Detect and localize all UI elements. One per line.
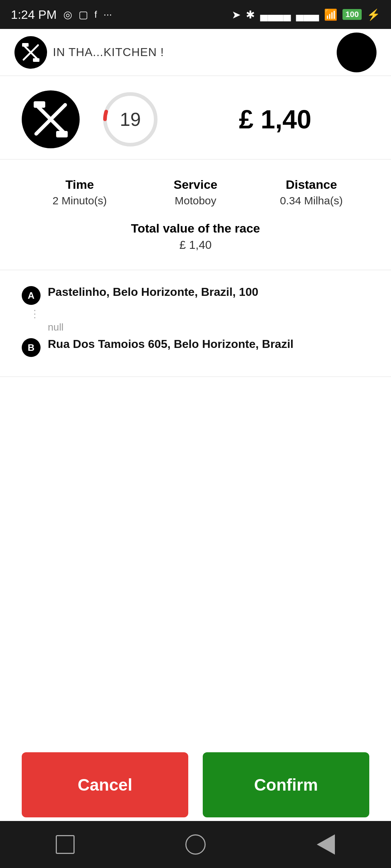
time-value: 2 Minuto(s) <box>22 195 138 207</box>
nav-bar <box>0 821 391 868</box>
destination-icon: B <box>22 338 41 357</box>
confirm-button[interactable]: Confirm <box>203 752 369 817</box>
avatar[interactable] <box>337 33 377 72</box>
distance-info: Distance 0.34 Milha(s) <box>253 178 369 207</box>
bluetooth-icon: ✱ <box>246 8 255 21</box>
svg-rect-3 <box>33 58 39 62</box>
more-icon: ··· <box>104 9 112 20</box>
route-section: A Pastelinho, Belo Horizonte, Brazil, 10… <box>0 270 391 377</box>
origin-icon: A <box>22 286 41 305</box>
origin-address: Pastelinho, Belo Horizonte, Brazil, 100 <box>48 285 258 300</box>
destination-address: Rua Dos Tamoios 605, Belo Horizonte, Bra… <box>48 337 294 352</box>
info-row: Time 2 Minuto(s) Service Motoboy Distanc… <box>22 178 369 207</box>
status-time: 1:24 PM <box>11 8 57 22</box>
time-label: Time <box>22 178 138 192</box>
brand-text: IN THA...KITCHEN ! <box>53 46 164 59</box>
wifi-icon: 📶 <box>324 8 337 21</box>
screen-icon: ▢ <box>79 9 88 21</box>
service-label: Service <box>138 178 253 192</box>
svg-rect-6 <box>34 101 45 108</box>
signal1-icon: ▄▄▄▄ <box>260 8 291 21</box>
location-icon: ◎ <box>63 9 72 21</box>
location-send-icon: ➤ <box>232 8 241 21</box>
nav-recent-icon[interactable] <box>54 834 76 855</box>
circular-timer: 19 <box>101 90 159 148</box>
status-bar: 1:24 PM ◎ ▢ f ··· ➤ ✱ ▄▄▄▄ ▄▄▄ 📶 100 ⚡ <box>0 0 391 29</box>
total-label: Total value of the race <box>22 221 369 235</box>
price-display: £ 1,40 <box>181 105 369 134</box>
main-icon-area: 19 £ 1,40 <box>0 76 391 159</box>
signal2-icon: ▄▄▄ <box>296 8 319 21</box>
distance-label: Distance <box>253 178 369 192</box>
charging-icon: ⚡ <box>367 8 380 21</box>
header-logo-area: IN THA...KITCHEN ! <box>14 36 164 69</box>
status-left: 1:24 PM ◎ ▢ f ··· <box>11 8 112 22</box>
nav-back-icon[interactable] <box>315 834 337 855</box>
route-origin: A Pastelinho, Belo Horizonte, Brazil, 10… <box>22 285 369 305</box>
main-logo <box>22 90 80 148</box>
info-section: Time 2 Minuto(s) Service Motoboy Distanc… <box>0 159 391 270</box>
route-destination: B Rua Dos Tamoios 605, Belo Horizonte, B… <box>22 337 369 357</box>
svg-rect-2 <box>22 43 29 47</box>
battery-icon: 100 <box>342 9 362 20</box>
service-info: Service Motoboy <box>138 178 253 207</box>
bottom-buttons: Cancel Confirm <box>0 752 391 817</box>
status-right: ➤ ✱ ▄▄▄▄ ▄▄▄ 📶 100 ⚡ <box>232 8 380 21</box>
service-value: Motoboy <box>138 195 253 207</box>
cancel-button[interactable]: Cancel <box>22 752 188 817</box>
timer-number: 19 <box>120 109 141 130</box>
total-value: £ 1,40 <box>22 238 369 252</box>
nav-home-icon[interactable] <box>185 834 206 855</box>
facebook-icon: f <box>94 9 97 20</box>
route-null-text: null <box>48 322 369 333</box>
total-section: Total value of the race £ 1,40 <box>22 221 369 252</box>
header: IN THA...KITCHEN ! <box>0 29 391 76</box>
timer-price-area: 19 £ 1,40 <box>101 90 369 148</box>
svg-rect-7 <box>56 131 68 137</box>
time-info: Time 2 Minuto(s) <box>22 178 138 207</box>
route-dots-icon: ⋮ <box>30 310 369 318</box>
header-logo-icon <box>14 36 47 69</box>
distance-value: 0.34 Milha(s) <box>253 195 369 207</box>
